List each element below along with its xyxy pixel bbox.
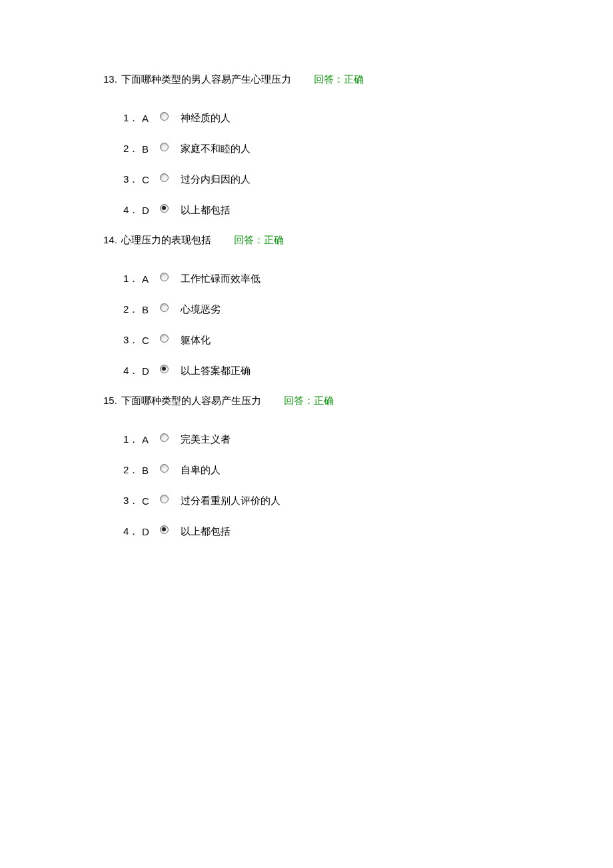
feedback-value: 正确 [344, 73, 364, 85]
question-number: 14. [103, 234, 117, 245]
option-row: 4． D 以上都包括 [123, 203, 613, 217]
option-index: 3． [123, 495, 142, 507]
option-row: 4． D 以上都包括 [123, 525, 613, 538]
option-row: 1． A 工作忙碌而效率低 [123, 272, 613, 285]
question-header: 15. 下面哪种类型的人容易产生压力 回答：正确 [103, 395, 613, 407]
option-index: 2． [123, 303, 142, 316]
option-letter: D [142, 365, 155, 377]
answer-feedback: 回答：正确 [234, 234, 284, 247]
option-text: 以上答案都正确 [181, 365, 251, 377]
option-text: 过分内归因的人 [181, 173, 251, 186]
option-index: 1． [123, 273, 142, 285]
option-letter: D [142, 526, 155, 537]
page: 13. 下面哪种类型的男人容易产生心理压力 回答：正确 1． A 神经质的人 2… [0, 0, 613, 538]
option-row: 3． C 过分看重别人评价的人 [123, 494, 613, 507]
radio-icon [160, 334, 169, 343]
question-14: 14. 心理压力的表现包括 回答：正确 1． A 工作忙碌而效率低 2． B 心… [103, 234, 613, 377]
feedback-value: 正确 [264, 234, 284, 245]
option-row: 3． C 过分内归因的人 [123, 173, 613, 186]
option-row: 2． B 家庭不和睦的人 [123, 142, 613, 155]
radio-c[interactable] [159, 494, 169, 503]
question-header: 14. 心理压力的表现包括 回答：正确 [103, 234, 613, 247]
option-row: 3． C 躯体化 [123, 333, 613, 347]
option-text: 以上都包括 [181, 525, 231, 538]
radio-icon [160, 303, 169, 312]
question-header: 13. 下面哪种类型的男人容易产生心理压力 回答：正确 [103, 73, 613, 86]
feedback-prefix: 回答： [284, 395, 314, 406]
option-row: 2． B 心境恶劣 [123, 303, 613, 316]
option-index: 3． [123, 334, 142, 347]
radio-c[interactable] [159, 173, 169, 182]
option-text: 心境恶劣 [181, 303, 221, 316]
option-text: 自卑的人 [181, 464, 221, 477]
radio-icon [160, 204, 169, 213]
radio-b[interactable] [159, 303, 169, 312]
radio-icon [160, 143, 169, 151]
options-list: 1． A 工作忙碌而效率低 2． B 心境恶劣 3． C 躯体化 4． D [103, 272, 613, 377]
radio-d[interactable] [159, 525, 169, 534]
option-row: 2． B 自卑的人 [123, 463, 613, 477]
radio-icon [160, 365, 169, 373]
option-letter: B [142, 304, 155, 315]
radio-b[interactable] [159, 463, 169, 473]
radio-a[interactable] [159, 433, 169, 442]
option-letter: A [142, 113, 155, 124]
radio-d[interactable] [159, 364, 169, 373]
option-text: 躯体化 [181, 334, 211, 347]
question-15: 15. 下面哪种类型的人容易产生压力 回答：正确 1． A 完美主义者 2． B… [103, 395, 613, 538]
question-number: 13. [103, 73, 117, 85]
option-index: 2． [123, 464, 142, 477]
radio-c[interactable] [159, 333, 169, 343]
feedback-prefix: 回答： [314, 73, 344, 85]
question-text: 心理压力的表现包括 [121, 234, 211, 247]
option-letter: B [142, 143, 155, 155]
option-text: 神经质的人 [181, 112, 231, 125]
option-index: 2． [123, 143, 142, 155]
question-13: 13. 下面哪种类型的男人容易产生心理压力 回答：正确 1． A 神经质的人 2… [103, 73, 613, 217]
radio-a[interactable] [159, 272, 169, 281]
question-text: 下面哪种类型的人容易产生压力 [121, 395, 261, 407]
option-letter: C [142, 335, 155, 346]
option-letter: D [142, 205, 155, 216]
radio-icon [160, 464, 169, 473]
option-row: 4． D 以上答案都正确 [123, 364, 613, 377]
radio-icon [160, 273, 169, 281]
question-text: 下面哪种类型的男人容易产生心理压力 [121, 73, 291, 86]
answer-feedback: 回答：正确 [314, 73, 364, 86]
option-letter: B [142, 465, 155, 476]
option-text: 过分看重别人评价的人 [181, 495, 281, 507]
radio-icon [160, 525, 169, 534]
option-index: 3． [123, 173, 142, 186]
option-index: 4． [123, 365, 142, 377]
radio-icon [160, 495, 169, 503]
options-list: 1． A 神经质的人 2． B 家庭不和睦的人 3． C 过分内归因的人 4． … [103, 111, 613, 217]
feedback-prefix: 回答： [234, 234, 264, 245]
option-index: 4． [123, 525, 142, 538]
option-row: 1． A 完美主义者 [123, 433, 613, 446]
options-list: 1． A 完美主义者 2． B 自卑的人 3． C 过分看重别人评价的人 4． … [103, 433, 613, 538]
radio-icon [160, 173, 169, 182]
option-index: 4． [123, 204, 142, 217]
option-letter: A [142, 273, 155, 285]
option-letter: C [142, 174, 155, 185]
option-index: 1． [123, 112, 142, 125]
feedback-value: 正确 [314, 395, 334, 406]
option-text: 家庭不和睦的人 [181, 143, 251, 155]
radio-icon [160, 433, 169, 442]
option-letter: C [142, 495, 155, 507]
radio-d[interactable] [159, 203, 169, 213]
option-index: 1． [123, 433, 142, 446]
radio-a[interactable] [159, 111, 169, 121]
option-row: 1． A 神经质的人 [123, 111, 613, 125]
option-text: 工作忙碌而效率低 [181, 273, 261, 285]
question-number: 15. [103, 395, 117, 406]
option-letter: A [142, 434, 155, 445]
answer-feedback: 回答：正确 [284, 395, 334, 407]
option-text: 完美主义者 [181, 433, 231, 446]
radio-icon [160, 112, 169, 121]
option-text: 以上都包括 [181, 204, 231, 217]
radio-b[interactable] [159, 142, 169, 151]
